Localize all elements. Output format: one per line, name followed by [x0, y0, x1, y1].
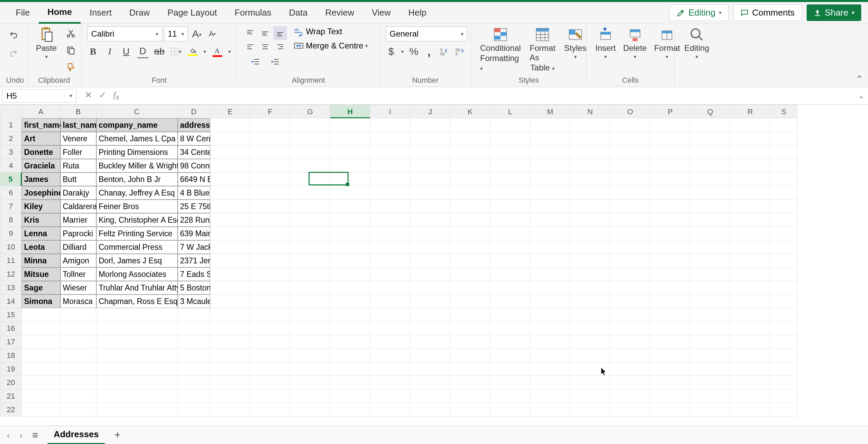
cell-J13[interactable] [410, 281, 450, 295]
cell-S18[interactable] [770, 349, 797, 362]
cell-M7[interactable] [530, 200, 570, 213]
cell-N21[interactable] [570, 389, 610, 403]
cell-G11[interactable] [290, 254, 330, 267]
cell-O12[interactable] [610, 267, 650, 281]
cell-E16[interactable] [210, 322, 250, 335]
sheet-nav-next[interactable]: › [19, 430, 22, 441]
cell-P21[interactable] [650, 389, 690, 403]
cell-S7[interactable] [770, 200, 797, 213]
cell-Q16[interactable] [690, 322, 730, 335]
share-button[interactable]: Share ▾ [807, 4, 861, 21]
cell-H11[interactable] [330, 254, 370, 267]
cell-O4[interactable] [610, 159, 650, 173]
cell-J19[interactable] [410, 362, 450, 376]
cell-A21[interactable] [22, 389, 60, 403]
cell-C20[interactable] [96, 376, 178, 389]
cell-O2[interactable] [610, 132, 650, 145]
col-header-K[interactable]: K [450, 105, 490, 118]
cell-J7[interactable] [410, 200, 450, 213]
cell-H12[interactable] [330, 267, 370, 281]
cell-S9[interactable] [770, 227, 797, 240]
cell-L2[interactable] [490, 132, 530, 145]
cell-F16[interactable] [250, 322, 290, 335]
col-header-B[interactable]: B [60, 105, 96, 118]
cell-G22[interactable] [290, 403, 330, 417]
cell-C15[interactable] [96, 308, 178, 322]
cell-M9[interactable] [530, 227, 570, 240]
cell-A8[interactable]: Kris [22, 213, 60, 227]
cell-R7[interactable] [730, 200, 770, 213]
col-header-J[interactable]: J [410, 105, 450, 118]
cell-H3[interactable] [330, 145, 370, 159]
cell-P16[interactable] [650, 322, 690, 335]
shrink-font-button[interactable]: A▾ [205, 27, 219, 41]
cell-F1[interactable] [250, 118, 290, 132]
cell-K7[interactable] [450, 200, 490, 213]
cell-S2[interactable] [770, 132, 797, 145]
cell-B21[interactable] [60, 389, 96, 403]
cell-E12[interactable] [210, 267, 250, 281]
cell-Q18[interactable] [690, 349, 730, 362]
cell-R4[interactable] [730, 159, 770, 173]
cell-F18[interactable] [250, 349, 290, 362]
cell-M3[interactable] [530, 145, 570, 159]
cell-N2[interactable] [570, 132, 610, 145]
cell-R19[interactable] [730, 362, 770, 376]
cell-B4[interactable]: Ruta [60, 159, 96, 173]
cell-B15[interactable] [60, 308, 96, 322]
cell-Q4[interactable] [690, 159, 730, 173]
cell-M5[interactable] [530, 173, 570, 186]
cell-F21[interactable] [250, 389, 290, 403]
cell-R16[interactable] [730, 322, 770, 335]
align-left-button[interactable] [243, 40, 257, 54]
cell-L10[interactable] [490, 240, 530, 254]
cell-N11[interactable] [570, 254, 610, 267]
cell-F10[interactable] [250, 240, 290, 254]
cell-M6[interactable] [530, 186, 570, 200]
align-middle-button[interactable] [258, 26, 272, 40]
cell-F15[interactable] [250, 308, 290, 322]
cell-L17[interactable] [490, 335, 530, 349]
cell-A6[interactable]: Josephine [22, 186, 60, 200]
menu-file[interactable]: File [7, 2, 39, 24]
cell-D5[interactable]: 6649 N Blue Gum StNew Orleans70116 [178, 173, 210, 186]
cell-J16[interactable] [410, 322, 450, 335]
cell-G8[interactable] [290, 213, 330, 227]
cell-N3[interactable] [570, 145, 610, 159]
cell-G1[interactable] [290, 118, 330, 132]
row-header-12[interactable]: 12 [0, 267, 22, 281]
cell-L12[interactable] [490, 267, 530, 281]
row-header-14[interactable]: 14 [0, 295, 22, 308]
cell-P3[interactable] [650, 145, 690, 159]
cell-N1[interactable] [570, 118, 610, 132]
col-header-H[interactable]: H [330, 105, 370, 118]
cell-P7[interactable] [650, 200, 690, 213]
cell-H17[interactable] [330, 335, 370, 349]
copy-button[interactable] [64, 43, 78, 57]
cell-J8[interactable] [410, 213, 450, 227]
cell-L3[interactable] [490, 145, 530, 159]
cell-M4[interactable] [530, 159, 570, 173]
cell-R21[interactable] [730, 389, 770, 403]
cell-I5[interactable] [370, 173, 410, 186]
row-header-5[interactable]: 5 [0, 173, 22, 186]
cell-N22[interactable] [570, 403, 610, 417]
delete-cells-button[interactable]: Delete ▾ [620, 26, 649, 60]
fx-icon[interactable]: fx [113, 90, 119, 102]
cell-J6[interactable] [410, 186, 450, 200]
cell-C16[interactable] [96, 322, 178, 335]
cell-G17[interactable] [290, 335, 330, 349]
col-header-E[interactable]: E [210, 105, 250, 118]
cell-B16[interactable] [60, 322, 96, 335]
cell-N12[interactable] [570, 267, 610, 281]
cell-S12[interactable] [770, 267, 797, 281]
cell-N13[interactable] [570, 281, 610, 295]
cell-E8[interactable] [210, 213, 250, 227]
cell-O10[interactable] [610, 240, 650, 254]
col-header-D[interactable]: D [178, 105, 210, 118]
cell-I20[interactable] [370, 376, 410, 389]
cell-M10[interactable] [530, 240, 570, 254]
menu-formulas[interactable]: Formulas [226, 2, 280, 24]
cell-I21[interactable] [370, 389, 410, 403]
cell-M17[interactable] [530, 335, 570, 349]
